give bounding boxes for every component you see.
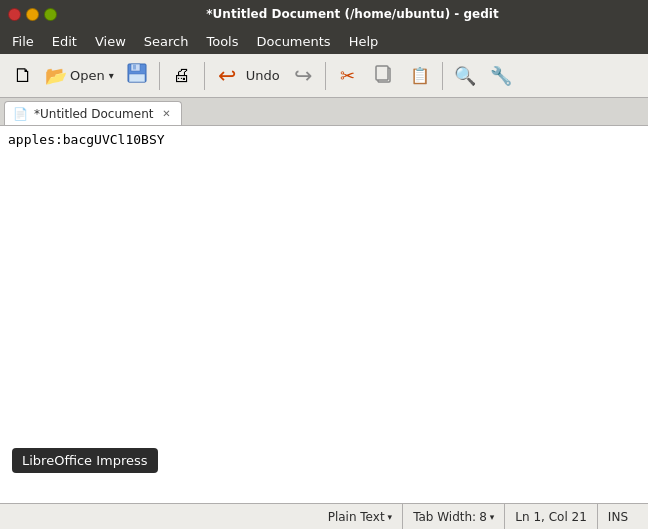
toolbar-separator-4 [442, 62, 443, 90]
tab-width-value: 8 [479, 510, 487, 524]
menu-view[interactable]: View [87, 32, 134, 51]
language-label: Plain Text [328, 510, 385, 524]
status-bar: Plain Text ▾ Tab Width: 8 ▾ Ln 1, Col 21… [0, 503, 648, 529]
tab-icon: 📄 [13, 107, 28, 121]
minimize-button[interactable] [26, 8, 39, 21]
cursor-position: Ln 1, Col 21 [505, 504, 598, 529]
paste-icon: 📋 [410, 66, 430, 85]
menu-edit[interactable]: Edit [44, 32, 85, 51]
tab-bar: 📄 *Untitled Document ✕ [0, 98, 648, 126]
tab-close-button[interactable]: ✕ [159, 107, 173, 121]
app-window: *Untitled Document (/home/ubuntu) - gedi… [0, 0, 648, 529]
redo-icon: ↪ [294, 63, 312, 89]
cut-icon: ✂ [340, 65, 355, 87]
window-title: *Untitled Document (/home/ubuntu) - gedi… [65, 7, 640, 21]
open-button-group[interactable]: 📂 Open ▾ [42, 59, 118, 93]
toolbar-separator-1 [159, 62, 160, 90]
save-button[interactable] [120, 59, 154, 93]
copy-button[interactable] [367, 59, 401, 93]
menu-documents[interactable]: Documents [249, 32, 339, 51]
title-bar: *Untitled Document (/home/ubuntu) - gedi… [0, 0, 648, 28]
toolbar-separator-2 [204, 62, 205, 90]
redo-button[interactable]: ↪ [286, 59, 320, 93]
toolbar-separator-3 [325, 62, 326, 90]
menu-help[interactable]: Help [341, 32, 387, 51]
paste-button[interactable]: 📋 [403, 59, 437, 93]
tab-width-selector[interactable]: Tab Width: 8 ▾ [403, 504, 505, 529]
window-controls [8, 8, 57, 21]
open-dropdown-arrow: ▾ [109, 70, 118, 81]
menu-search[interactable]: Search [136, 32, 197, 51]
open-label: Open [70, 68, 109, 83]
editor-content: apples:bacgUVCl10BSY [8, 132, 165, 147]
tab-width-arrow: ▾ [490, 512, 495, 522]
svg-rect-2 [133, 65, 136, 70]
save-icon [126, 62, 148, 89]
menu-tools[interactable]: Tools [198, 32, 246, 51]
toolbar: 🗋 📂 Open ▾ 🖨 ↩ [0, 54, 648, 98]
svg-rect-5 [376, 66, 388, 80]
tab-label: *Untitled Document [34, 107, 153, 121]
copy-icon [374, 64, 394, 88]
new-icon: 🗋 [13, 64, 33, 87]
cut-button[interactable]: ✂ [331, 59, 365, 93]
tools-icon: 🔧 [490, 65, 512, 87]
editor-wrapper: apples:bacgUVCl10BSY LibreOffice Impress [0, 126, 648, 503]
editor-area[interactable]: apples:bacgUVCl10BSY [0, 126, 648, 503]
print-button[interactable]: 🖨 [165, 59, 199, 93]
print-icon: 🖨 [173, 65, 191, 86]
tab-width-label: Tab Width: [413, 510, 476, 524]
menu-bar: File Edit View Search Tools Documents He… [0, 28, 648, 54]
language-arrow: ▾ [388, 512, 393, 522]
language-selector[interactable]: Plain Text ▾ [318, 504, 403, 529]
position-label: Ln 1, Col 21 [515, 510, 587, 524]
svg-rect-3 [129, 74, 145, 82]
undo-icon: ↩ [218, 63, 236, 89]
undo-button[interactable]: ↩ [210, 59, 244, 93]
tab-untitled[interactable]: 📄 *Untitled Document ✕ [4, 101, 182, 125]
find-button[interactable]: 🔍 [448, 59, 482, 93]
find-icon: 🔍 [454, 65, 476, 87]
tools-button[interactable]: 🔧 [484, 59, 518, 93]
menu-file[interactable]: File [4, 32, 42, 51]
new-button[interactable]: 🗋 [6, 59, 40, 93]
insert-mode[interactable]: INS [598, 504, 638, 529]
open-icon: 📂 [42, 59, 70, 93]
close-button[interactable] [8, 8, 21, 21]
undo-label: Undo [246, 68, 280, 83]
maximize-button[interactable] [44, 8, 57, 21]
mode-label: INS [608, 510, 628, 524]
